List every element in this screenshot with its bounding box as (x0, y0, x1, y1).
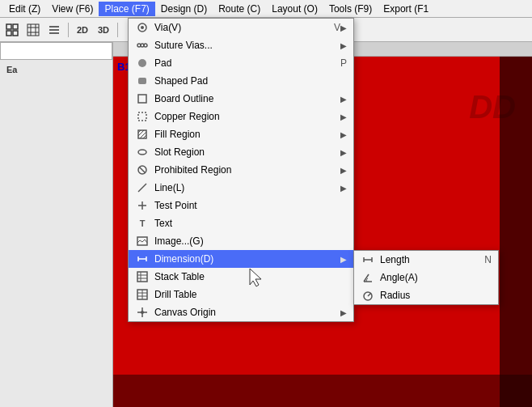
pad-label: Pad (154, 57, 334, 69)
menu-item-fill-region[interactable]: Fill Region ▶ (129, 125, 353, 143)
menu-item-prohibited-region[interactable]: Prohibited Region ▶ (129, 161, 353, 179)
canvas-origin-label: Canvas Origin (154, 307, 340, 318)
svg-rect-49 (137, 272, 147, 282)
menu-item-copper-region[interactable]: Copper Region ▶ (129, 108, 353, 125)
svg-point-30 (138, 59, 146, 67)
prohibited-region-label: Prohibited Region (154, 164, 340, 176)
menubar-layout[interactable]: Layout (O) (266, 2, 323, 16)
line-label: Line(L) (154, 182, 340, 193)
svg-point-26 (141, 26, 144, 29)
menu-item-image[interactable]: Image...(G) (129, 232, 353, 250)
suture-vias-label: Suture Vias... (154, 40, 340, 51)
slot-region-arrow: ▶ (340, 148, 347, 157)
fill-region-arrow: ▶ (340, 130, 347, 139)
board-outline-icon (135, 91, 150, 106)
line-icon (135, 180, 150, 195)
svg-line-41 (140, 167, 146, 173)
copper-region-icon (135, 109, 150, 124)
drill-table-icon (135, 287, 150, 302)
prohibited-region-icon (135, 163, 150, 177)
toolbar-2d[interactable]: 2D (74, 21, 91, 39)
length-label: Length (380, 254, 484, 265)
svg-line-42 (138, 184, 146, 192)
suture-vias-icon (135, 38, 150, 53)
svg-rect-33 (138, 112, 146, 121)
toolbar-3d[interactable]: 3D (95, 21, 112, 39)
menubar-tools[interactable]: Tools (F9) (323, 2, 378, 16)
angle-label: Angle(A) (380, 272, 492, 283)
dimension-label: Dimension(D) (154, 253, 340, 265)
slot-region-icon (135, 145, 150, 159)
left-panel-search[interactable] (0, 42, 112, 60)
stack-table-icon (135, 269, 150, 284)
board-outline-arrow: ▶ (340, 95, 347, 104)
prohibited-region-arrow: ▶ (340, 166, 347, 175)
menubar-export[interactable]: Export (F1 (378, 2, 434, 16)
svg-point-39 (138, 150, 146, 155)
submenu-item-radius[interactable]: Radius (354, 286, 498, 304)
menubar-view[interactable]: View (F6) (46, 2, 99, 16)
menu-item-canvas-origin[interactable]: Canvas Origin ▶ (129, 303, 353, 321)
slot-region-label: Slot Region (154, 146, 340, 158)
pad-icon (135, 56, 150, 70)
menu-item-stack-table[interactable]: Stack Table (129, 268, 353, 286)
toolbar-sep2 (117, 23, 118, 37)
line-arrow: ▶ (340, 184, 347, 193)
svg-rect-1 (13, 24, 18, 29)
menubar-edit[interactable]: Edit (Z) (3, 2, 46, 16)
dimension-submenu: Length N Angle(A) Radius (353, 250, 499, 305)
svg-rect-31 (138, 78, 146, 84)
canvas-origin-arrow: ▶ (340, 308, 347, 317)
svg-rect-0 (6, 24, 11, 29)
toolbar-grid-3x3[interactable] (24, 21, 42, 39)
text-label: Text (154, 218, 347, 229)
menu-item-shaped-pad[interactable]: Shaped Pad (129, 72, 353, 90)
shaped-pad-label: Shaped Pad (154, 75, 347, 87)
submenu-item-length[interactable]: Length N (354, 251, 498, 269)
menu-item-slot-region[interactable]: Slot Region ▶ (129, 143, 353, 161)
submenu-item-angle[interactable]: Angle(A) (354, 269, 498, 286)
pad-shortcut: P (340, 57, 347, 69)
menu-item-via[interactable]: Via(V) V ▶ (129, 19, 353, 36)
menubar-place[interactable]: Place (F7) (99, 2, 154, 16)
svg-point-59 (141, 311, 144, 314)
menu-item-test-point[interactable]: Test Point (129, 197, 353, 214)
test-point-label: Test Point (154, 200, 347, 211)
menu-item-suture-vias[interactable]: Suture Vias... ▶ (129, 36, 353, 54)
menubar-design[interactable]: Design (D) (155, 2, 213, 16)
place-dropdown-menu: Via(V) V ▶ Suture Vias... ▶ Pad P Shaped… (128, 18, 354, 322)
via-label: Via(V) (154, 22, 327, 33)
toolbar-sep1 (68, 23, 69, 37)
drill-table-label: Drill Table (154, 289, 347, 300)
copper-region-arrow: ▶ (340, 112, 347, 121)
menu-item-pad[interactable]: Pad P (129, 54, 353, 72)
left-panel: Ea (0, 42, 113, 407)
canvas-origin-icon (135, 305, 150, 320)
copper-region-label: Copper Region (154, 111, 340, 122)
dimension-arrow: ▶ (340, 255, 347, 264)
menu-item-dimension[interactable]: Dimension(D) ▶ (129, 250, 353, 268)
toolbar-align[interactable] (45, 21, 63, 39)
svg-point-29 (144, 44, 147, 47)
toolbar-grid-2x2[interactable] (3, 21, 21, 39)
left-panel-item-ea[interactable]: Ea (3, 63, 109, 76)
board-outline-label: Board Outline (154, 93, 340, 104)
svg-rect-32 (138, 95, 146, 103)
shaped-pad-icon (135, 74, 150, 88)
menubar-route[interactable]: Route (C) (213, 2, 266, 16)
text-menu-icon: T (135, 216, 150, 231)
fill-region-icon (135, 127, 150, 142)
svg-line-66 (368, 293, 371, 296)
image-icon (135, 234, 150, 248)
menu-item-line[interactable]: Line(L) ▶ (129, 179, 353, 197)
menu-item-board-outline[interactable]: Board Outline ▶ (129, 90, 353, 108)
test-point-icon (135, 198, 150, 213)
length-icon (361, 252, 375, 267)
stack-table-label: Stack Table (154, 271, 347, 282)
svg-rect-8 (27, 24, 39, 36)
menu-item-drill-table[interactable]: Drill Table (129, 286, 353, 303)
svg-rect-3 (13, 31, 18, 36)
fill-region-label: Fill Region (154, 129, 340, 140)
menu-item-text[interactable]: T Text (129, 214, 353, 232)
via-arrow: ▶ (340, 23, 347, 32)
